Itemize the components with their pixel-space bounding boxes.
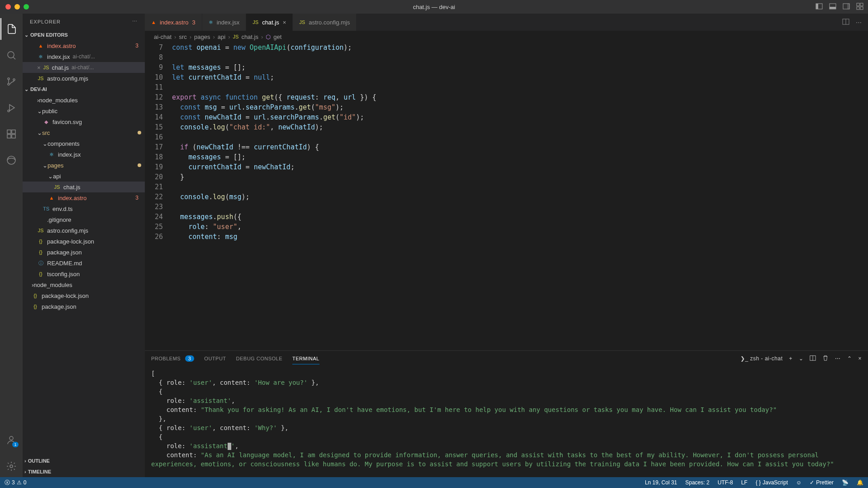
- open-editor-item[interactable]: JS astro.config.mjs: [23, 73, 145, 84]
- folder-item[interactable]: ⌄components: [23, 138, 145, 149]
- tab-chat-js[interactable]: JS chat.js ×: [246, 14, 293, 31]
- chevron-up-icon[interactable]: ⌃: [847, 355, 852, 362]
- open-editor-item[interactable]: × JS chat.js ai-chat/...: [23, 62, 145, 73]
- more-icon[interactable]: ⋯: [132, 19, 138, 24]
- file-icon: ⚛: [48, 152, 55, 158]
- tab-astro-config[interactable]: JS astro.config.mjs: [293, 14, 357, 31]
- more-icon[interactable]: ⋯: [856, 19, 862, 26]
- jsx-icon: ⚛: [37, 54, 44, 60]
- layout-sidebar-right-icon[interactable]: [843, 3, 850, 11]
- accounts-activity[interactable]: 1: [0, 429, 22, 451]
- svg-rect-15: [7, 130, 11, 134]
- file-item[interactable]: ◆favicon.svg: [23, 116, 145, 127]
- debug-console-tab[interactable]: DEBUG CONSOLE: [236, 353, 282, 364]
- chevron-down-icon[interactable]: ⌄: [799, 355, 804, 362]
- live-icon[interactable]: 📡: [842, 479, 849, 486]
- open-editor-item[interactable]: ▲ index.astro 3: [23, 40, 145, 51]
- split-editor-icon[interactable]: [842, 18, 849, 27]
- language-status[interactable]: { } JavaScript: [756, 479, 788, 486]
- file-icon: ▲: [48, 195, 55, 201]
- problems-tab[interactable]: PROBLEMS 3: [151, 353, 194, 364]
- open-editor-item[interactable]: ⚛ index.jsx ai-chat/...: [23, 51, 145, 62]
- project-section[interactable]: ⌄ DEV-AI: [23, 84, 145, 95]
- maximize-window-button[interactable]: [24, 4, 29, 10]
- bell-icon[interactable]: 🔔: [857, 479, 863, 486]
- file-item[interactable]: {}package.json: [23, 247, 145, 258]
- layout-panel-icon[interactable]: [829, 3, 836, 11]
- folder-item[interactable]: ⌄src: [23, 127, 145, 138]
- new-terminal-icon[interactable]: +: [789, 355, 792, 362]
- minimize-window-button[interactable]: [14, 4, 20, 10]
- open-editors-section[interactable]: ⌄ OPEN EDITORS: [23, 29, 145, 40]
- breadcrumb[interactable]: ai-chat› src› pages› api› JS chat.js› ⬡ …: [145, 31, 868, 43]
- settings-activity[interactable]: [0, 455, 22, 477]
- folder-item[interactable]: ›node_modules: [23, 279, 145, 290]
- chevron-down-icon: ⌄: [37, 108, 42, 115]
- file-item[interactable]: JSastro.config.mjs: [23, 225, 145, 236]
- outline-section[interactable]: › OUTLINE: [23, 455, 145, 466]
- debug-activity[interactable]: [0, 97, 22, 119]
- layout-sidebar-left-icon[interactable]: [816, 3, 823, 11]
- extensions-activity[interactable]: [0, 123, 22, 145]
- folder-item[interactable]: ›node_modules: [23, 95, 145, 105]
- file-icon: {}: [37, 239, 44, 244]
- svg-rect-7: [860, 3, 863, 6]
- file-item[interactable]: {}package.json: [23, 301, 145, 312]
- tab-index-astro[interactable]: ▲ index.astro 3: [145, 14, 202, 31]
- split-terminal-icon[interactable]: [810, 355, 816, 363]
- folder-item[interactable]: ⌄api: [23, 171, 145, 182]
- account-badge: 1: [12, 442, 19, 447]
- file-icon: ⓘ: [37, 260, 44, 267]
- indentation-status[interactable]: Spaces: 2: [685, 479, 709, 486]
- explorer-activity[interactable]: [0, 18, 22, 40]
- edge-activity[interactable]: [0, 149, 22, 171]
- folder-item[interactable]: ⌄pages: [23, 160, 145, 171]
- file-item[interactable]: ⚛index.jsx: [23, 149, 145, 160]
- prettier-status[interactable]: ✓ Prettier: [810, 479, 834, 486]
- item-label: favicon.svg: [52, 119, 82, 125]
- file-item[interactable]: JSchat.js: [23, 182, 145, 192]
- file-item[interactable]: {}package-lock.json: [23, 236, 145, 247]
- file-item[interactable]: TSenv.d.ts: [23, 203, 145, 214]
- close-icon[interactable]: ×: [283, 19, 286, 26]
- file-icon: {}: [32, 293, 39, 298]
- eol-status[interactable]: LF: [741, 479, 748, 486]
- symbol-icon: ⬡: [266, 33, 271, 40]
- file-item[interactable]: ▲index.astro3: [23, 192, 145, 203]
- terminal-shell-label[interactable]: ❯_ zsh - ai-chat: [740, 355, 782, 362]
- cursor-position[interactable]: Ln 19, Col 31: [645, 479, 677, 486]
- item-label: index.astro: [58, 195, 87, 201]
- tab-index-jsx[interactable]: ⚛ index.jsx: [202, 14, 247, 31]
- item-label: tsconfig.json: [47, 271, 80, 277]
- encoding-status[interactable]: UTF-8: [718, 479, 733, 486]
- svg-rect-8: [857, 7, 859, 10]
- item-label: api: [53, 173, 61, 180]
- close-window-button[interactable]: [5, 4, 11, 10]
- timeline-section[interactable]: › TIMELINE: [23, 466, 145, 477]
- trash-icon[interactable]: [822, 355, 829, 363]
- output-tab[interactable]: OUTPUT: [204, 353, 226, 364]
- terminal-icon: ❯_: [740, 355, 749, 362]
- file-item[interactable]: {}package-lock.json: [23, 290, 145, 301]
- customize-layout-icon[interactable]: [856, 3, 863, 11]
- modified-indicator: [138, 131, 141, 134]
- close-icon[interactable]: ×: [858, 355, 862, 362]
- search-activity[interactable]: [0, 44, 22, 66]
- terminal-tab[interactable]: TERMINAL: [292, 353, 320, 364]
- errors-status[interactable]: ⓧ3 ⚠0: [5, 479, 26, 487]
- js-icon: JS: [299, 19, 305, 25]
- more-icon[interactable]: ⋯: [835, 355, 841, 362]
- close-icon[interactable]: ×: [37, 64, 41, 71]
- folder-item[interactable]: ⌄public: [23, 105, 145, 116]
- chevron-down-icon: ⌄: [43, 162, 48, 169]
- terminal-output[interactable]: [ { role: 'user', content: 'How are you?…: [145, 366, 868, 477]
- bottom-panel: PROBLEMS 3 OUTPUT DEBUG CONSOLE TERMINAL…: [145, 350, 868, 477]
- file-item[interactable]: {}tsconfig.json: [23, 268, 145, 279]
- source-control-activity[interactable]: [0, 71, 22, 92]
- file-item[interactable]: .gitignore: [23, 214, 145, 225]
- feedback-icon[interactable]: ☺: [796, 479, 801, 486]
- file-item[interactable]: ⓘREADME.md: [23, 258, 145, 268]
- check-icon: ✓: [810, 479, 814, 486]
- code-editor[interactable]: 7891011121314151617181920212223242526 co…: [145, 43, 868, 350]
- code-content[interactable]: const openai = new OpenAIApi(configurati…: [172, 43, 868, 350]
